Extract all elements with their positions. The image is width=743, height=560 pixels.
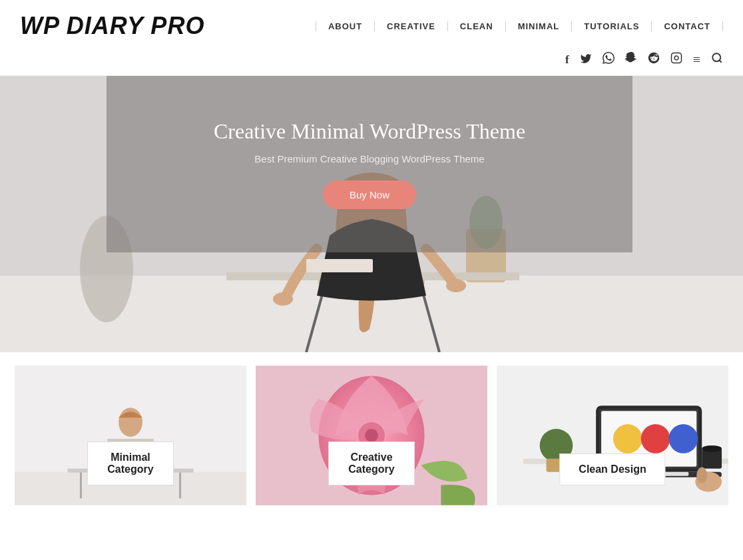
facebook-icon[interactable]: f bbox=[565, 53, 569, 67]
hero-title: Creative Minimal WordPress Theme bbox=[214, 119, 525, 144]
hero-section: Creative Minimal WordPress Theme Best Pr… bbox=[0, 76, 743, 352]
card-minimal-label-line1: Minimal bbox=[111, 451, 150, 463]
site-title[interactable]: WP DIARY PRO bbox=[20, 12, 204, 40]
main-nav: ABOUT CREATIVE CLEAN MINIMAL TUTORIALS C… bbox=[316, 21, 723, 31]
svg-rect-1 bbox=[671, 53, 681, 63]
card-minimal[interactable]: Minimal Category bbox=[15, 366, 246, 505]
search-icon[interactable] bbox=[711, 52, 723, 67]
card-clean-label[interactable]: Clean Design bbox=[559, 453, 665, 485]
nav-creative[interactable]: CREATIVE bbox=[375, 21, 448, 31]
svg-point-42 bbox=[702, 445, 722, 452]
instagram-icon[interactable] bbox=[670, 52, 682, 67]
svg-point-37 bbox=[669, 424, 698, 453]
site-header: WP DIARY PRO ABOUT CREATIVE CLEAN MINIMA… bbox=[0, 0, 743, 76]
reddit-icon[interactable] bbox=[648, 52, 660, 67]
svg-point-36 bbox=[641, 424, 670, 453]
snapchat-icon[interactable] bbox=[625, 52, 637, 67]
card-minimal-label[interactable]: Minimal Category bbox=[87, 441, 174, 485]
menu-icon[interactable]: ≡ bbox=[693, 52, 700, 67]
hero-overlay: Creative Minimal WordPress Theme Best Pr… bbox=[107, 76, 632, 252]
card-minimal-label-line2: Category bbox=[107, 463, 153, 475]
nav-minimal[interactable]: MINIMAL bbox=[506, 21, 573, 31]
nav-contact[interactable]: CONTACT bbox=[652, 21, 723, 31]
twitter-icon[interactable] bbox=[580, 53, 592, 67]
svg-point-45 bbox=[696, 467, 707, 483]
svg-point-29 bbox=[365, 429, 378, 442]
svg-point-15 bbox=[446, 279, 466, 292]
card-creative-label-line1: Creative bbox=[350, 451, 392, 463]
card-creative-label-line2: Category bbox=[348, 463, 394, 475]
nav-about[interactable]: ABOUT bbox=[316, 21, 375, 31]
whatsapp-icon[interactable] bbox=[603, 52, 615, 67]
nav-tutorials[interactable]: TUTORIALS bbox=[572, 21, 652, 31]
card-creative[interactable]: Creative Category bbox=[256, 366, 487, 505]
buy-now-button[interactable]: Buy Now bbox=[323, 180, 416, 209]
nav-clean[interactable]: CLEAN bbox=[448, 21, 506, 31]
hero-subtitle: Best Premium Creative Blogging WordPress… bbox=[254, 153, 484, 164]
card-clean-label-line1: Clean Design bbox=[579, 463, 646, 475]
svg-point-35 bbox=[613, 424, 642, 453]
svg-point-3 bbox=[712, 53, 720, 61]
card-clean[interactable]: Clean Design bbox=[497, 366, 728, 505]
svg-line-4 bbox=[719, 60, 721, 62]
svg-point-14 bbox=[273, 292, 293, 306]
social-bar: f ≡ bbox=[20, 47, 723, 75]
card-creative-label[interactable]: Creative Category bbox=[328, 441, 415, 485]
svg-rect-16 bbox=[306, 259, 373, 272]
cards-section: Minimal Category bbox=[0, 352, 743, 505]
header-top: WP DIARY PRO ABOUT CREATIVE CLEAN MINIMA… bbox=[20, 0, 723, 47]
